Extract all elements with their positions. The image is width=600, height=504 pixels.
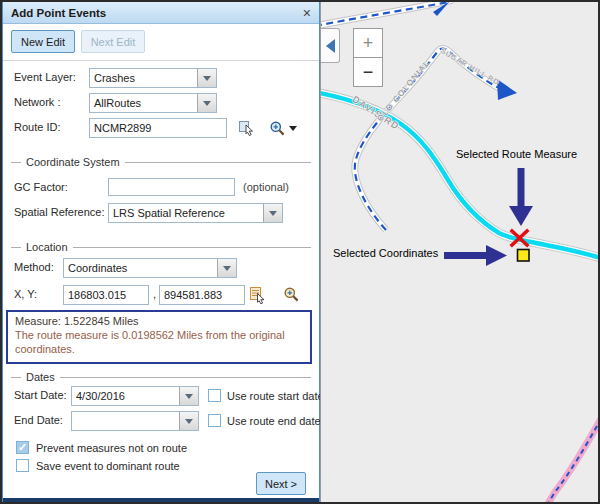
road-bottom-right bbox=[547, 410, 598, 502]
event-layer-label: Event Layer: bbox=[14, 71, 76, 83]
spatial-reference-select[interactable]: LRS Spatial Reference bbox=[108, 203, 283, 223]
road-top bbox=[321, 2, 453, 26]
dates-section-label: Dates bbox=[21, 371, 60, 383]
gc-factor-input[interactable] bbox=[108, 178, 235, 196]
prevent-measures-label: Prevent measures not on route bbox=[36, 442, 187, 454]
route-highlight-davis bbox=[321, 92, 598, 260]
spatial-reference-dropdown-button[interactable] bbox=[263, 204, 282, 222]
measure-info-box: Measure: 1.522845 Miles The route measur… bbox=[6, 310, 312, 364]
y-coordinate-input[interactable] bbox=[159, 285, 245, 305]
route-id-row: Route ID: bbox=[3, 118, 319, 138]
save-dominant-checkbox[interactable] bbox=[16, 459, 29, 472]
start-date-row: Start Date: 4/30/2016 Use route start da… bbox=[3, 386, 319, 406]
gc-factor-row: GC Factor: (optional) bbox=[3, 178, 319, 198]
start-date-label: Start Date: bbox=[14, 389, 67, 401]
gc-factor-label: GC Factor: bbox=[14, 181, 68, 193]
use-route-start-date-label: Use route start date bbox=[227, 390, 324, 402]
method-value: Coordinates bbox=[64, 259, 217, 277]
use-route-end-date-label: Use route end date bbox=[227, 415, 321, 427]
method-row: Method: Coordinates bbox=[3, 258, 319, 278]
chevron-down-icon bbox=[203, 76, 211, 81]
network-value: AllRoutes bbox=[90, 94, 197, 112]
dates-section-header: Dates bbox=[11, 370, 311, 384]
end-date-select[interactable] bbox=[71, 411, 199, 431]
chevron-down-icon bbox=[289, 126, 297, 131]
event-layer-value: Crashes bbox=[90, 69, 197, 87]
network-select[interactable]: AllRoutes bbox=[89, 93, 217, 113]
selected-coordinates-label: Selected Coordinates bbox=[333, 247, 438, 259]
location-section-label: Location bbox=[21, 241, 73, 253]
spatial-reference-row: Spatial Reference: LRS Spatial Reference bbox=[3, 203, 319, 223]
end-date-dropdown-button[interactable] bbox=[179, 412, 198, 430]
network-dropdown-button[interactable] bbox=[197, 94, 216, 112]
route-id-input[interactable] bbox=[89, 118, 227, 138]
panel-title: Add Point Events bbox=[11, 7, 106, 19]
chevron-down-icon bbox=[185, 419, 193, 424]
route-id-label: Route ID: bbox=[14, 121, 60, 133]
panel-collapse-tab[interactable] bbox=[321, 28, 340, 63]
method-dropdown-button[interactable] bbox=[217, 259, 236, 277]
method-label: Method: bbox=[14, 261, 54, 273]
next-edit-button[interactable]: Next Edit bbox=[81, 30, 145, 53]
save-dominant-label: Save event to dominant route bbox=[36, 460, 180, 472]
zoom-out-button[interactable]: − bbox=[353, 57, 383, 87]
network-row: Network : AllRoutes bbox=[3, 93, 319, 113]
xy-row: X, Y: , bbox=[3, 285, 319, 305]
panel-bottom-strip bbox=[3, 498, 319, 502]
end-date-value bbox=[72, 412, 179, 430]
spatial-reference-value: LRS Spatial Reference bbox=[109, 204, 263, 222]
event-layer-row: Event Layer: Crashes bbox=[3, 68, 319, 88]
collapse-arrow-icon bbox=[326, 39, 335, 53]
start-date-select[interactable]: 4/30/2016 bbox=[71, 386, 199, 406]
measure-value-text: Measure: 1.522845 Miles bbox=[15, 315, 303, 327]
coordinate-system-section-label: Coordinate System bbox=[21, 156, 125, 168]
chevron-down-icon bbox=[203, 101, 211, 106]
event-layer-select[interactable]: Crashes bbox=[89, 68, 217, 88]
pick-coordinates-icon[interactable] bbox=[249, 286, 267, 304]
x-coordinate-input[interactable] bbox=[63, 285, 149, 305]
prevent-measures-checkbox[interactable]: ✓ bbox=[16, 441, 29, 454]
app-window: Add Point Events × New Edit Next Edit Ev… bbox=[0, 0, 600, 504]
end-date-label: End Date: bbox=[14, 414, 63, 426]
next-button[interactable]: Next > bbox=[256, 472, 306, 495]
measure-offset-text: The route measure is 0.0198562 Miles fro… bbox=[15, 329, 303, 357]
method-select[interactable]: Coordinates bbox=[63, 258, 237, 278]
coordinate-system-section-header: Coordinate System bbox=[11, 155, 311, 169]
coordinates-marker bbox=[518, 250, 530, 262]
add-point-events-panel: Add Point Events × New Edit Next Edit Ev… bbox=[2, 2, 320, 502]
start-date-dropdown-button[interactable] bbox=[179, 387, 198, 405]
close-icon[interactable]: × bbox=[303, 6, 311, 20]
spatial-reference-label: Spatial Reference: bbox=[14, 206, 105, 218]
chevron-down-icon bbox=[185, 394, 193, 399]
chevron-down-icon bbox=[269, 211, 277, 216]
coordinates-arrow bbox=[444, 245, 507, 266]
divider bbox=[3, 60, 319, 61]
panel-header: Add Point Events × bbox=[3, 2, 319, 24]
use-route-start-date-checkbox[interactable] bbox=[208, 389, 221, 402]
route-measure-arrow bbox=[509, 168, 533, 226]
location-section-header: Location bbox=[11, 240, 311, 254]
zoom-in-button[interactable]: + bbox=[353, 28, 383, 58]
event-layer-dropdown-button[interactable] bbox=[197, 69, 216, 87]
start-date-value: 4/30/2016 bbox=[72, 387, 179, 405]
selected-route-measure-label: Selected Route Measure bbox=[456, 148, 577, 160]
zoom-to-coordinates-button[interactable] bbox=[283, 286, 301, 304]
xy-separator: , bbox=[153, 288, 156, 300]
prevent-measures-row: ✓ Prevent measures not on route bbox=[3, 440, 319, 460]
zoom-to-route-button[interactable] bbox=[269, 119, 297, 137]
end-date-row: End Date: Use route end date bbox=[3, 411, 319, 431]
chevron-down-icon bbox=[223, 266, 231, 271]
select-route-on-map-icon[interactable] bbox=[238, 119, 256, 137]
xy-label: X, Y: bbox=[14, 288, 37, 300]
new-edit-button[interactable]: New Edit bbox=[11, 30, 75, 53]
map-canvas[interactable]: DAVIS RD OLD COLONIAL SUGAR HILL RD Sele… bbox=[320, 2, 598, 502]
gc-factor-hint: (optional) bbox=[243, 181, 289, 193]
magnifier-plus-icon bbox=[269, 120, 286, 137]
network-label: Network : bbox=[14, 96, 60, 108]
use-route-end-date-checkbox[interactable] bbox=[208, 414, 221, 427]
